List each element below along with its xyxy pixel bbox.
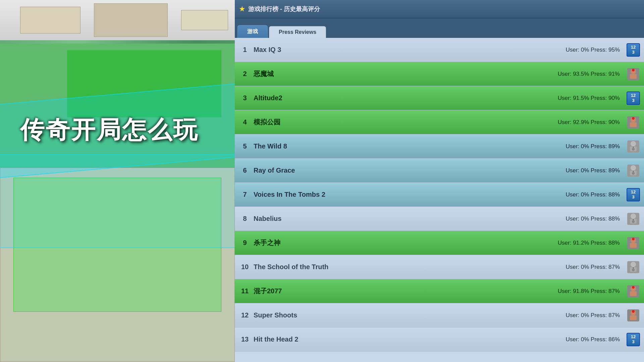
game-icon: 12 3 bbox=[627, 43, 640, 57]
score-text: User: 93.5% Press: 91% bbox=[558, 71, 620, 77]
table-row[interactable]: 8NabeliusUser: 0% Press: 88% bbox=[235, 207, 644, 231]
rank-number: 2 bbox=[239, 70, 251, 78]
rank-number: 5 bbox=[239, 142, 251, 150]
game-icon bbox=[627, 309, 640, 322]
table-row[interactable]: 6Ray of GraceUser: 0% Press: 89% bbox=[235, 159, 644, 183]
game-name: 杀手之神 bbox=[254, 238, 555, 247]
tab-bar: 游戏 Press Reviews bbox=[235, 18, 644, 38]
game-icon bbox=[627, 164, 640, 177]
score-text: User: 0% Press: 88% bbox=[566, 216, 620, 222]
table-row[interactable]: 2恶魔城User: 93.5% Press: 91% bbox=[235, 62, 644, 86]
game-name: Super Shoots bbox=[254, 311, 563, 319]
svg-point-17 bbox=[632, 220, 635, 223]
rank-number: 11 bbox=[239, 287, 251, 295]
score-text: User: 0% Press: 87% bbox=[566, 264, 620, 270]
game-icon bbox=[627, 212, 640, 226]
score-text: User: 91.8% Press: 87% bbox=[558, 288, 620, 295]
svg-point-9 bbox=[632, 148, 635, 150]
rank-number: 9 bbox=[239, 239, 251, 247]
score-text: User: 91.2% Press: 88% bbox=[558, 240, 620, 246]
score-text: User: 0% Press: 88% bbox=[566, 191, 620, 198]
table-row[interactable]: 10The School of the TruthUser: 0% Press:… bbox=[235, 255, 644, 279]
table-row[interactable]: 13Hit the Head 2User: 0% Press: 86%12 3 bbox=[235, 327, 644, 352]
rank-number: 10 bbox=[239, 263, 251, 271]
score-text: User: 0% Press: 89% bbox=[566, 143, 620, 150]
rank-number: 13 bbox=[239, 336, 251, 343]
svg-point-21 bbox=[631, 262, 636, 267]
game-name: Nabelius bbox=[254, 215, 563, 223]
score-text: User: 0% Press: 89% bbox=[566, 167, 620, 174]
header-bar: ★ 游戏排行榜 - 历史最高评分 bbox=[235, 0, 644, 18]
table-row[interactable]: 4模拟公园User: 92.9% Press: 90% bbox=[235, 110, 644, 134]
svg-point-2 bbox=[632, 69, 635, 71]
chinese-title: 传奇开局怎么玩 bbox=[20, 114, 199, 146]
header-title: 游戏排行榜 - 历史最高评分 bbox=[248, 5, 640, 13]
cyan-overlay-2 bbox=[0, 154, 235, 248]
game-icon: 12 3 bbox=[627, 333, 640, 346]
score-text: User: 0% Press: 95% bbox=[566, 47, 620, 53]
game-icon bbox=[627, 285, 640, 298]
game-name: Voices In The Tombs 2 bbox=[254, 191, 563, 198]
svg-point-10 bbox=[631, 165, 636, 171]
table-row[interactable]: 3Altitude2User: 91.5% Press: 90%12 3 bbox=[235, 86, 644, 110]
score-text: User: 92.9% Press: 90% bbox=[558, 119, 620, 126]
table-row[interactable]: 1Max IQ 3User: 0% Press: 95%12 3 bbox=[235, 38, 644, 62]
svg-rect-29 bbox=[630, 315, 637, 320]
score-text: User: 0% Press: 87% bbox=[566, 312, 620, 319]
svg-point-24 bbox=[632, 268, 635, 271]
table-row[interactable]: 7Voices In The Tombs 2User: 0% Press: 88… bbox=[235, 183, 644, 207]
game-name: Altitude2 bbox=[254, 94, 555, 102]
table-row[interactable]: 9杀手之神User: 91.2% Press: 88% bbox=[235, 231, 644, 255]
svg-rect-19 bbox=[630, 243, 637, 248]
game-name: The School of the Truth bbox=[254, 263, 563, 271]
rank-number: 3 bbox=[239, 94, 251, 102]
game-icon: 12 3 bbox=[627, 188, 640, 201]
game-icon bbox=[627, 67, 640, 81]
game-name: 模拟公园 bbox=[254, 118, 555, 127]
game-name: 恶魔城 bbox=[254, 69, 555, 78]
rank-number: 12 bbox=[239, 311, 251, 319]
tab-press-reviews[interactable]: Press Reviews bbox=[269, 26, 326, 38]
table-row[interactable]: 11混子2077User: 91.8% Press: 87% bbox=[235, 279, 644, 303]
svg-rect-1 bbox=[630, 74, 637, 79]
tab-games[interactable]: 游戏 bbox=[237, 25, 268, 38]
svg-point-27 bbox=[632, 286, 635, 289]
score-text: User: 0% Press: 86% bbox=[566, 336, 620, 343]
game-name: Max IQ 3 bbox=[254, 46, 563, 54]
table-row[interactable]: 12Super ShootsUser: 0% Press: 87% bbox=[235, 303, 644, 327]
score-text: User: 91.5% Press: 90% bbox=[558, 95, 620, 102]
rank-number: 7 bbox=[239, 191, 251, 198]
rank-number: 6 bbox=[239, 167, 251, 174]
game-icon bbox=[627, 260, 640, 274]
svg-rect-26 bbox=[630, 291, 637, 296]
svg-point-13 bbox=[632, 172, 635, 175]
rank-number: 4 bbox=[239, 118, 251, 126]
game-name: Hit the Head 2 bbox=[254, 336, 563, 343]
svg-rect-4 bbox=[630, 122, 637, 127]
star-icon: ★ bbox=[239, 5, 246, 13]
svg-point-30 bbox=[632, 310, 635, 313]
rankings-list: 1Max IQ 3User: 0% Press: 95%12 32恶魔城User… bbox=[235, 38, 644, 362]
game-screenshot: 传奇开局怎么玩 bbox=[0, 0, 235, 362]
rank-number: 1 bbox=[239, 46, 251, 54]
game-name: 混子2077 bbox=[254, 287, 555, 296]
svg-point-5 bbox=[632, 117, 635, 120]
rank-number: 8 bbox=[239, 215, 251, 223]
game-name: Ray of Grace bbox=[254, 167, 563, 174]
game-icon bbox=[627, 116, 640, 129]
right-panel: ★ 游戏排行榜 - 历史最高评分 游戏 Press Reviews 1Max I… bbox=[235, 0, 644, 362]
game-icon bbox=[627, 236, 640, 250]
game-icon: 12 3 bbox=[627, 92, 640, 105]
svg-point-6 bbox=[631, 141, 636, 146]
svg-point-14 bbox=[631, 214, 636, 219]
game-icon bbox=[627, 140, 640, 153]
svg-point-20 bbox=[632, 238, 635, 240]
table-row[interactable]: 5The Wild 8User: 0% Press: 89% bbox=[235, 134, 644, 159]
game-name: The Wild 8 bbox=[254, 142, 563, 150]
